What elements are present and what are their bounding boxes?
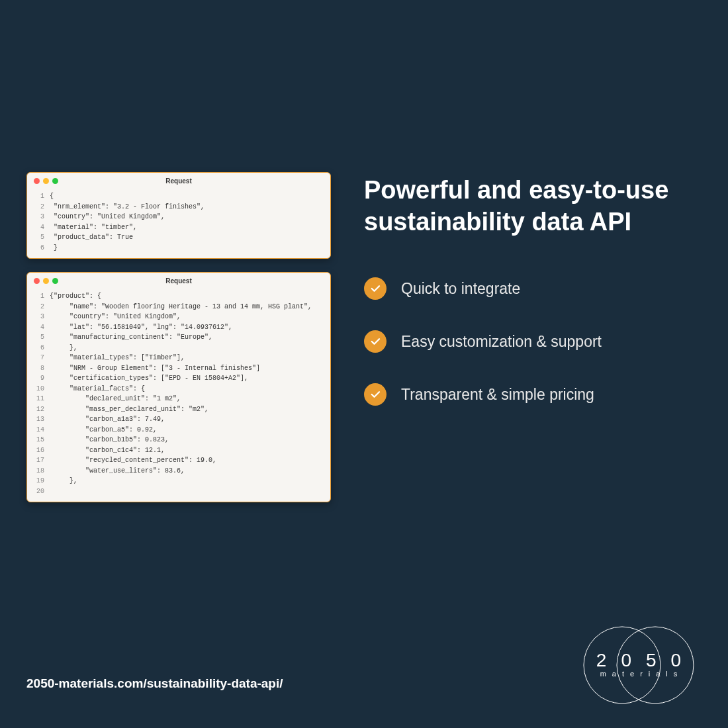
- feature-list: Quick to integrateEasy customization & s…: [364, 277, 695, 406]
- code-line: 6 }: [32, 243, 325, 253]
- code-line: 9 "certification_types": ["EPD - EN 1580…: [32, 373, 325, 384]
- code-line: 7 "material_types": ["Timber"],: [32, 353, 325, 363]
- minimize-icon: [43, 178, 49, 184]
- close-icon: [34, 278, 40, 284]
- marketing-copy: Powerful and easy-to-use sustainability …: [364, 172, 695, 502]
- code-line: 12 "mass_per_declared_unit": "m2",: [32, 404, 325, 415]
- code-block-2: 1{"product": {2 "name": "Wooden flooring…: [27, 289, 330, 502]
- code-line: 5 "product_data": True: [32, 232, 325, 243]
- feature-item: Quick to integrate: [364, 277, 695, 300]
- feature-item: Transparent & simple pricing: [364, 383, 695, 406]
- code-line: 1{"product": {: [32, 291, 325, 302]
- code-line: 5 "manufacturing_continent": "Europe",: [32, 332, 325, 343]
- window-title: Request: [27, 277, 330, 285]
- code-line: 10 "material_facts": {: [32, 384, 325, 394]
- code-line: 8 "NRM - Group Element": ["3 - Internal …: [32, 363, 325, 374]
- code-line: 2 "name": "Wooden flooring Heritage - 13…: [32, 302, 325, 312]
- logo-digits: 2050: [576, 650, 702, 671]
- code-line: 20: [32, 486, 325, 497]
- check-icon: [364, 330, 387, 353]
- maximize-icon: [52, 278, 58, 284]
- footer-url: 2050-materials.com/sustainability-data-a…: [26, 676, 283, 691]
- code-line: 2 "nrm_element": "3.2 - Floor finishes",: [32, 202, 325, 212]
- code-line: 15 "carbon_b1b5": 0.823,: [32, 435, 325, 445]
- feature-text: Transparent & simple pricing: [401, 386, 594, 404]
- code-windows: Request 1{2 "nrm_element": "3.2 - Floor …: [26, 172, 331, 502]
- feature-text: Quick to integrate: [401, 280, 520, 298]
- code-line: 6 },: [32, 343, 325, 353]
- feature-text: Easy customization & support: [401, 333, 602, 351]
- code-block-1: 1{2 "nrm_element": "3.2 - Floor finishes…: [27, 189, 330, 258]
- feature-item: Easy customization & support: [364, 330, 695, 353]
- titlebar: Request: [27, 273, 330, 289]
- window-title: Request: [27, 177, 330, 185]
- code-line: 3 "country": "United Kingdom",: [32, 212, 325, 222]
- check-icon: [364, 383, 387, 406]
- code-line: 3 "country": "United Kingdom",: [32, 312, 325, 322]
- close-icon: [34, 178, 40, 184]
- code-line: 13 "carbon_a1a3": 7.49,: [32, 414, 325, 425]
- minimize-icon: [43, 278, 49, 284]
- titlebar: Request: [27, 173, 330, 189]
- maximize-icon: [52, 178, 58, 184]
- logo-subtext: materials: [576, 670, 702, 678]
- code-line: 11 "declared_unit": "1 m2",: [32, 394, 325, 404]
- request-window-2: Request 1{"product": {2 "name": "Wooden …: [26, 272, 331, 502]
- code-line: 16 "carbon_c1c4": 12.1,: [32, 445, 325, 456]
- brand-logo: 2050 materials: [576, 622, 702, 708]
- code-line: 18 "water_use_liters": 83.6,: [32, 466, 325, 477]
- check-icon: [364, 277, 387, 300]
- code-line: 4 "lat": "56.1581049", "lng": "14.093761…: [32, 322, 325, 333]
- code-line: 14 "carbon_a5": 0.92,: [32, 425, 325, 435]
- code-line: 19 },: [32, 476, 325, 486]
- request-window-1: Request 1{2 "nrm_element": "3.2 - Floor …: [26, 172, 331, 259]
- code-line: 1{: [32, 191, 325, 202]
- code-line: 4 "material": "timber",: [32, 222, 325, 233]
- code-line: 17 "recycled_content_percent": 19.0,: [32, 455, 325, 466]
- page-title: Powerful and easy-to-use sustainability …: [364, 175, 695, 238]
